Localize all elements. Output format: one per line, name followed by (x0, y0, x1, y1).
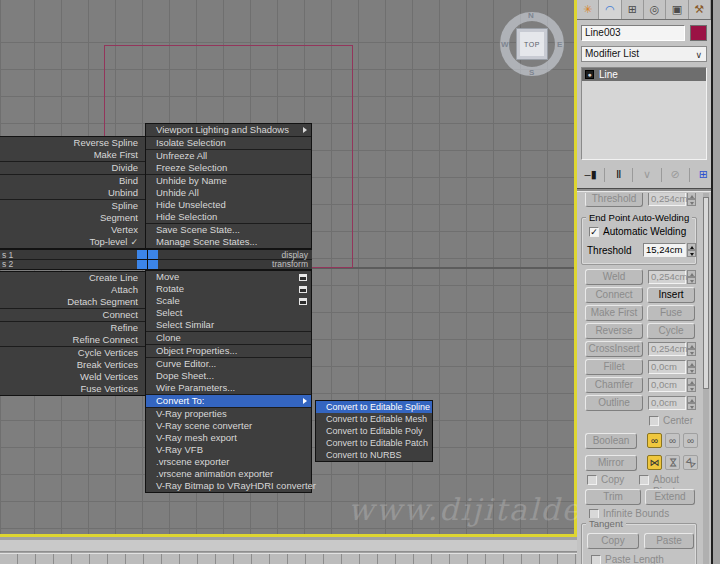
menu-item-clone[interactable]: Clone (146, 332, 311, 344)
menu-item-unhide-all[interactable]: Unhide All (146, 187, 311, 199)
timeline-ruler[interactable] (0, 553, 577, 564)
panel-scrollbar[interactable] (703, 193, 709, 564)
threshold-partial-spinner[interactable] (687, 193, 696, 206)
display-tab[interactable]: ▣ (666, 0, 688, 19)
menu-item-convert-to-editable-mesh[interactable]: Convert to Editable Mesh (316, 413, 432, 425)
object-name-field[interactable]: Line003 (581, 25, 685, 41)
extend-button[interactable]: Extend (645, 489, 695, 505)
outline-field[interactable]: 0,0cm (648, 396, 686, 410)
cross-insert-button[interactable]: CrossInsert (585, 341, 643, 357)
menu-item-object-properties[interactable]: Object Properties... (146, 345, 311, 357)
stack-entry-line[interactable]: ● Line (582, 68, 706, 81)
modifier-list-dropdown[interactable]: Modifier List ∨ (581, 46, 707, 62)
mirror-horizontal-icon[interactable]: ⋈ (647, 455, 662, 470)
mirror-button[interactable]: Mirror (585, 455, 637, 471)
menu-item-curve-editor[interactable]: Curve Editor... (146, 358, 311, 370)
insert-button[interactable]: Insert (647, 287, 695, 303)
menu-item-rotate[interactable]: Rotate (146, 283, 311, 295)
menu-item-vertex[interactable]: Vertex (0, 224, 145, 236)
threshold-field[interactable]: 15,24cm (643, 243, 686, 257)
menu-item-create-line[interactable]: Create Line (0, 272, 145, 284)
menu-item-isolate-selection[interactable]: Isolate Selection (146, 137, 311, 149)
make-first-button[interactable]: Make First (585, 305, 643, 321)
show-end-result-icon[interactable]: Ⅱ (611, 168, 626, 181)
trim-button[interactable]: Trim (585, 489, 641, 505)
hierarchy-tab[interactable]: ⊞ (622, 0, 644, 19)
boolean-subtract-icon[interactable]: ∞ (665, 433, 680, 448)
viewcube-south-label[interactable]: S (529, 68, 534, 77)
cross-insert-field[interactable]: 0,254cm (648, 342, 686, 356)
menu-item-hide-selection[interactable]: Hide Selection (146, 211, 311, 223)
motion-tab[interactable]: ◎ (644, 0, 666, 19)
chamfer-spinner[interactable] (687, 378, 696, 392)
viewcube-north-label[interactable]: N (528, 11, 534, 20)
utilities-tab[interactable]: ⚒ (689, 0, 711, 19)
weld-spinner[interactable] (687, 270, 696, 284)
menu-item-manage-scene-states[interactable]: Manage Scene States... (146, 236, 311, 248)
menu-item-connect[interactable]: Connect (0, 309, 145, 321)
chamfer-field[interactable]: 0,0cm (648, 378, 686, 392)
menu-item-dope-sheet[interactable]: Dope Sheet... (146, 370, 311, 382)
pin-stack-icon[interactable]: ‒▮ (583, 168, 598, 181)
connect-button[interactable]: Connect (585, 287, 643, 303)
menu-item-unbind[interactable]: Unbind (0, 187, 145, 199)
viewcube-west-label[interactable]: W (501, 40, 509, 49)
menu-item-segment[interactable]: Segment (0, 212, 145, 224)
menu-item-move[interactable]: Move (146, 271, 311, 283)
menu-item-convert-to-editable-spline[interactable]: Convert to Editable Spline (316, 401, 432, 413)
menu-item-fuse-vertices[interactable]: Fuse Vertices (0, 383, 145, 395)
boolean-intersect-icon[interactable]: ∞ (683, 433, 698, 448)
mirror-both-icon[interactable]: ⋈ (683, 455, 698, 470)
track-bar[interactable] (0, 540, 577, 552)
settings-box-icon[interactable] (299, 286, 307, 293)
menu-item-hide-unselected[interactable]: Hide Unselected (146, 199, 311, 211)
viewcube-top-face[interactable]: TOP (516, 28, 548, 60)
menu-item-refine-connect[interactable]: Refine Connect (0, 334, 145, 346)
copy-checkbox[interactable]: Copy (587, 474, 624, 486)
menu-item-cycle-vertices[interactable]: Cycle Vertices (0, 347, 145, 359)
menu-item-weld-vertices[interactable]: Weld Vertices (0, 371, 145, 383)
paste-length-checkbox[interactable]: Paste Length (591, 554, 664, 564)
menu-item-v-ray-mesh-export[interactable]: V-Ray mesh export (146, 432, 311, 444)
menu-item-convert-to-editable-patch[interactable]: Convert to Editable Patch (316, 437, 432, 449)
menu-item-vrscene-animation-exporter[interactable]: .vrscene animation exporter (146, 468, 311, 480)
viewcube[interactable]: N S W E TOP (499, 11, 565, 77)
weld-button[interactable]: Weld (585, 269, 643, 285)
menu-item-divide[interactable]: Divide (0, 162, 145, 174)
menu-item-v-ray-vfb[interactable]: V-Ray VFB (146, 444, 311, 456)
menu-item-unhide-by-name[interactable]: Unhide by Name (146, 175, 311, 187)
reverse-button[interactable]: Reverse (585, 323, 643, 339)
menu-item-attach[interactable]: Attach (0, 284, 145, 296)
menu-item-convert-to-nurbs[interactable]: Convert to NURBS (316, 449, 432, 461)
spline-node-icon[interactable]: ● (585, 70, 594, 79)
boolean-button[interactable]: Boolean (585, 433, 637, 449)
outline-spinner[interactable] (687, 396, 696, 410)
automatic-welding-checkbox[interactable]: ✓ Automatic Welding (589, 226, 686, 238)
quad-menu-center-indicator[interactable] (137, 250, 158, 269)
configure-modifier-sets-icon[interactable]: ⊞ (696, 168, 711, 181)
menu-item-reverse-spline[interactable]: Reverse Spline (0, 137, 145, 149)
tangent-copy-button[interactable]: Copy (587, 533, 639, 549)
menu-item-v-ray-properties[interactable]: V-Ray properties (146, 408, 311, 420)
threshold-spinner[interactable] (687, 243, 696, 257)
menu-item-bind[interactable]: Bind (0, 175, 145, 187)
outline-button[interactable]: Outline (585, 395, 643, 411)
center-checkbox[interactable]: Center (649, 415, 693, 427)
modify-tab[interactable]: ◠ (599, 0, 621, 19)
menu-item-vrscene-exporter[interactable]: .vrscene exporter (146, 456, 311, 468)
menu-item-detach-segment[interactable]: Detach Segment (0, 296, 145, 308)
viewcube-east-label[interactable]: E (557, 40, 562, 49)
menu-item-top-level[interactable]: Top-level✓ (0, 236, 145, 248)
menu-item-make-first[interactable]: Make First (0, 149, 145, 161)
threshold-partial-field[interactable]: 0,254cm (648, 193, 686, 206)
menu-item-break-vertices[interactable]: Break Vertices (0, 359, 145, 371)
menu-item-v-ray-scene-converter[interactable]: V-Ray scene converter (146, 420, 311, 432)
fillet-field[interactable]: 0,0cm (648, 360, 686, 374)
object-color-swatch[interactable] (690, 25, 707, 41)
settings-box-icon[interactable] (299, 274, 307, 281)
menu-item-convert-to-editable-poly[interactable]: Convert to Editable Poly (316, 425, 432, 437)
menu-item-select[interactable]: Select (146, 307, 311, 319)
menu-item-spline[interactable]: Spline (0, 200, 145, 212)
fillet-spinner[interactable] (687, 360, 696, 374)
weld-field[interactable]: 0,254cm (648, 270, 686, 284)
